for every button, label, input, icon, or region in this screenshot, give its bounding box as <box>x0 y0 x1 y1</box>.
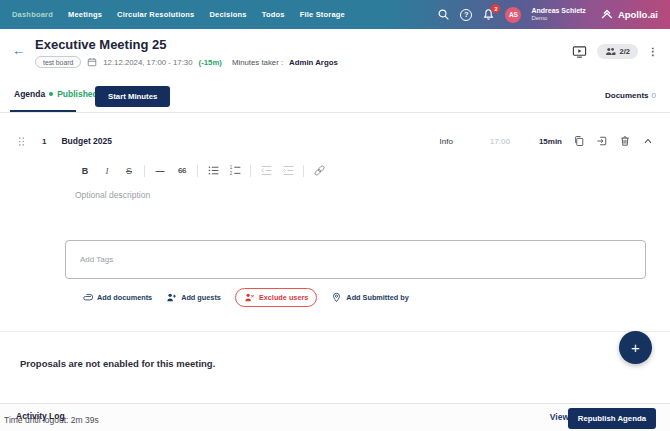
meeting-meta: test board 12.12.2024, 17:00 - 17:30 (-1… <box>35 56 338 68</box>
add-guests-button[interactable]: Add guests <box>166 292 221 303</box>
agenda-item-type[interactable]: Info <box>440 137 453 146</box>
toolbar-separator <box>303 165 304 177</box>
add-agenda-item-fab[interactable]: + <box>619 331 652 364</box>
blockquote-button[interactable]: 66 <box>171 166 193 175</box>
user-subtitle: Demo <box>531 15 585 22</box>
outdent-button[interactable] <box>255 164 277 177</box>
proposals-notice: Proposals are not enabled for this meeti… <box>20 358 215 369</box>
board-tag: test board <box>35 56 81 68</box>
time-delta: (-15m) <box>199 58 222 67</box>
exclude-users-button[interactable]: Exclude users <box>235 288 317 307</box>
nav-circular-resolutions[interactable]: Circular Resolutions <box>117 10 194 19</box>
toolbar-separator <box>250 165 251 177</box>
agenda-item-number: 1 <box>42 137 46 146</box>
horizontal-rule-button[interactable]: — <box>149 166 171 176</box>
nav-meetings[interactable]: Meetings <box>68 10 102 19</box>
republish-agenda-button[interactable]: Republish Agenda <box>568 408 656 429</box>
documents-toggle[interactable]: Documents 0 <box>605 91 656 100</box>
notifications-bell[interactable]: 2 <box>482 8 495 21</box>
description-editor[interactable]: Optional description <box>75 190 670 200</box>
svg-text:2: 2 <box>229 171 232 176</box>
copy-item-icon[interactable] <box>573 135 585 147</box>
agenda-content: 1 Budget 2025 Info 17:00 15min <box>0 113 670 307</box>
toolbar-separator <box>144 165 145 177</box>
user-menu[interactable]: Andreas Schietz Demo <box>531 7 585 22</box>
richtext-toolbar: B I S — 66 1 2 <box>74 164 670 177</box>
meeting-header-actions: 2/2 ⋮ <box>572 44 658 59</box>
collapse-chevron-up-icon[interactable] <box>642 135 654 147</box>
nav-todos[interactable]: Todos <box>262 10 285 19</box>
exclude-users-label: Exclude users <box>259 293 308 302</box>
link-button[interactable] <box>308 164 330 177</box>
apollo-logo-icon <box>600 8 614 22</box>
numbered-list-button[interactable]: 1 2 <box>224 164 246 177</box>
strikethrough-button[interactable]: S <box>118 166 140 176</box>
agenda-item-row: 1 Budget 2025 Info 17:00 15min <box>0 126 670 156</box>
kebab-menu-icon[interactable]: ⋮ <box>648 47 658 57</box>
bold-button[interactable]: B <box>74 166 96 176</box>
agenda-item-title[interactable]: Budget 2025 <box>61 136 112 146</box>
start-minutes-button[interactable]: Start Minutes <box>95 86 170 107</box>
documents-count: 0 <box>652 91 656 100</box>
delete-item-icon[interactable] <box>619 135 631 147</box>
bullet-list-button[interactable] <box>202 164 224 177</box>
person-remove-icon <box>244 292 255 303</box>
agenda-item-start-time: 17:00 <box>490 137 510 146</box>
add-submitted-by-button[interactable]: Add Submitted by <box>331 292 408 303</box>
activity-log-link[interactable]: Activity Log <box>16 411 65 421</box>
user-avatar[interactable]: AS <box>505 7 521 23</box>
drag-handle-icon[interactable] <box>16 136 27 147</box>
tab-agenda[interactable]: Agenda Published <box>14 89 98 99</box>
person-plus-icon <box>166 292 177 303</box>
toolbar-separator <box>197 165 198 177</box>
add-tags-input[interactable] <box>66 241 645 278</box>
published-status-dot <box>49 92 53 96</box>
help-icon[interactable]: ? <box>460 9 472 21</box>
active-tab-underline <box>10 110 76 113</box>
indent-button[interactable] <box>277 164 299 177</box>
minutes-taker-label: Minutes taker : <box>232 58 283 67</box>
agenda-tab-label: Agenda <box>14 89 45 99</box>
add-documents-label: Add documents <box>97 293 152 302</box>
calendar-icon <box>87 57 97 67</box>
main-nav: Dashboard Meetings Circular Resolutions … <box>12 10 345 19</box>
location-pin-icon <box>331 292 342 303</box>
attendance-count: 2/2 <box>620 47 630 56</box>
attendance-pill[interactable]: 2/2 <box>597 44 638 59</box>
published-status-label: Published <box>57 89 98 99</box>
meeting-datetime: 12.12.2024, 17:00 - 17:30 <box>103 58 192 67</box>
search-icon[interactable] <box>437 8 450 21</box>
nav-dashboard[interactable]: Dashboard <box>12 10 53 19</box>
brand-name: Apollo.ai <box>618 9 658 20</box>
top-navbar: Dashboard Meetings Circular Resolutions … <box>0 0 670 29</box>
tab-bar: Agenda Published Start Minutes Documents… <box>0 80 670 113</box>
view-button[interactable]: View <box>550 412 569 422</box>
navbar-right: ? 2 AS Andreas Schietz Demo Apollo.ai <box>437 7 658 23</box>
user-name: Andreas Schietz <box>531 7 585 15</box>
add-submitted-by-label: Add Submitted by <box>346 293 408 302</box>
presentation-mode-icon[interactable] <box>572 44 587 59</box>
nav-decisions[interactable]: Decisions <box>209 10 246 19</box>
page-title: Executive Meeting 25 <box>35 37 167 52</box>
nav-file-storage[interactable]: File Storage <box>300 10 345 19</box>
brand-logo: Apollo.ai <box>600 8 658 22</box>
move-item-icon[interactable] <box>596 135 608 147</box>
item-actions-row: Add documents Add guests Exclude <box>82 288 670 307</box>
minutes-taker-value: Admin Argos <box>289 58 338 67</box>
paperclip-icon <box>82 292 93 303</box>
section-divider <box>0 331 670 332</box>
add-documents-button[interactable]: Add documents <box>82 292 152 303</box>
app-window: Dashboard Meetings Circular Resolutions … <box>0 0 670 431</box>
svg-text:1: 1 <box>229 165 232 170</box>
back-arrow-icon[interactable]: ← <box>12 44 25 57</box>
documents-label: Documents <box>605 91 649 100</box>
footer-bar: Time until logout: 2m 39s Activity Log V… <box>0 403 670 431</box>
tags-box <box>65 240 646 279</box>
italic-button[interactable]: I <box>96 166 118 176</box>
notification-badge: 2 <box>491 4 500 13</box>
agenda-item-duration[interactable]: 15min <box>539 137 562 146</box>
add-guests-label: Add guests <box>181 293 221 302</box>
people-icon <box>605 46 616 57</box>
